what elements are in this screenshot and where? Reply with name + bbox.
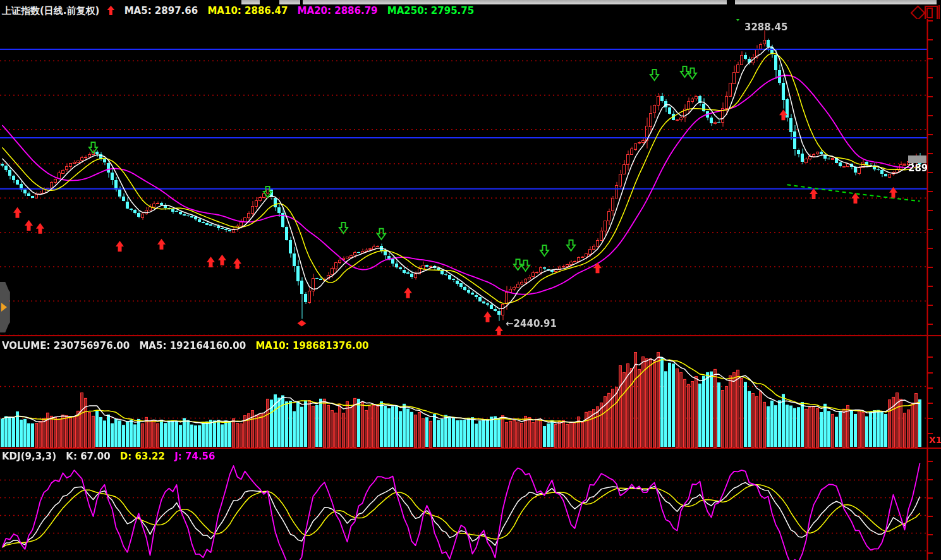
up-arrow-icon — [107, 6, 114, 15]
window-split-icon[interactable] — [925, 6, 938, 20]
top-scrollbar-segment[interactable] — [279, 0, 300, 4]
kdj-name: KDJ(9,3,3) — [2, 451, 56, 462]
chart-title: 上证指数(日线.前复权) — [2, 5, 99, 16]
ma250-value: MA250: 2795.75 — [387, 5, 474, 16]
axis-corner-mark — [938, 5, 940, 20]
kdj-indicator-chart[interactable] — [0, 449, 941, 560]
kdj-j-value: J: 74.56 — [174, 451, 215, 462]
volume-value: VOLUME: 230756976.00 — [2, 340, 130, 351]
pane-separator — [0, 447, 941, 449]
pane-separator — [0, 335, 941, 336]
ma5-value: MA5: 2897.66 — [124, 5, 198, 16]
stock-chart-window: 上证指数(日线.前复权) MA5: 2897.66 MA10: 2886.47 … — [0, 0, 941, 560]
ma10-value: MA10: 2886.47 — [207, 5, 288, 16]
left-panel-expand-handle[interactable] — [0, 282, 9, 332]
top-scrollbar-segment[interactable] — [735, 0, 937, 4]
volume-ma10-value: MA10: 198681376.00 — [255, 340, 368, 351]
last-price-partial-label: 289 — [908, 162, 927, 174]
diamond-tool-icon[interactable] — [910, 5, 925, 20]
top-scrollbar-segment[interactable] — [241, 0, 260, 4]
expand-arrow-icon — [1, 303, 7, 312]
volume-ma5-value: MA5: 192164160.00 — [139, 340, 246, 351]
top-scrollbar-thumb[interactable] — [303, 0, 727, 4]
kdj-header: KDJ(9,3,3) K: 67.00 D: 63.22 J: 74.56 — [2, 451, 221, 462]
candlestick-price-chart[interactable] — [0, 19, 941, 335]
volume-header: VOLUME: 230756976.00 MA5: 192164160.00 M… — [2, 340, 375, 351]
kdj-k-value: K: 67.00 — [66, 451, 110, 462]
main-chart-header: 上证指数(日线.前复权) MA5: 2897.66 MA10: 2886.47 … — [2, 5, 480, 17]
kdj-d-value: D: 63.22 — [120, 451, 165, 462]
ma20-value: MA20: 2886.79 — [298, 5, 378, 16]
volume-chart[interactable] — [0, 336, 941, 448]
volume-scale-label: X1 — [929, 435, 941, 445]
high-price-annotation: 3288.45 — [744, 21, 787, 33]
low-price-annotation: ←2440.91 — [506, 318, 557, 329]
window-split-inner — [926, 8, 933, 18]
